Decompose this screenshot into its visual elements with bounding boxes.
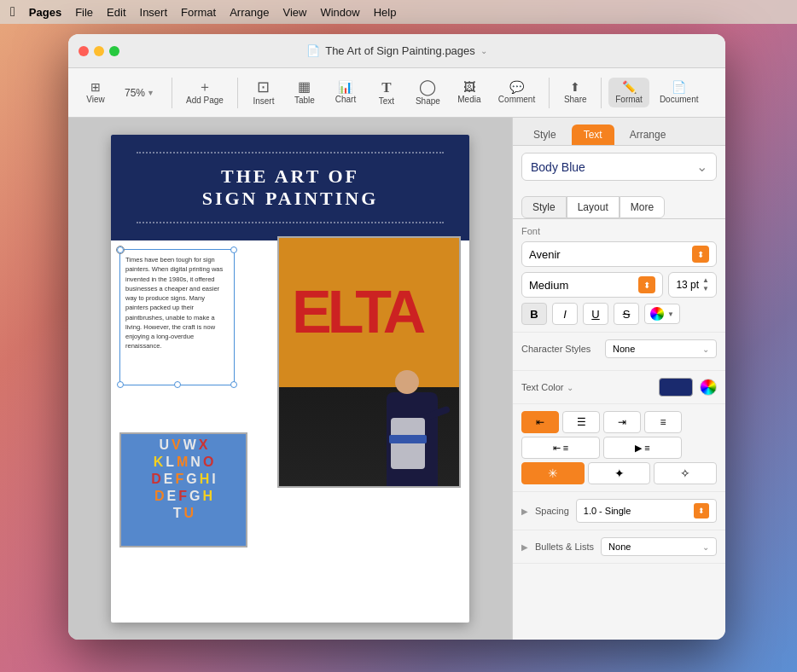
style-chevron: ⌄: [696, 159, 707, 175]
toolbar-shape-label: Shape: [416, 96, 440, 106]
v-align-mid-icon: ✦: [614, 466, 625, 480]
align-right-btn[interactable]: ⇥: [603, 411, 641, 433]
char-styles-label: Character Styles: [521, 344, 598, 354]
bullets-expand-icon[interactable]: ▶: [521, 542, 528, 552]
shape-icon: ◯: [419, 79, 436, 95]
toolbar-table[interactable]: ▦ Table: [286, 77, 323, 108]
italic-button[interactable]: I: [552, 303, 578, 325]
font-weight-arrow[interactable]: ⬍: [638, 276, 655, 293]
toolbar-insert-label: Insert: [253, 96, 274, 106]
spacing-expand-icon[interactable]: ▶: [521, 507, 528, 516]
menu-arrange[interactable]: Arrange: [230, 6, 269, 19]
bullets-dropdown[interactable]: None ⌄: [601, 537, 717, 556]
indent-row: ⇤ ≡ ▶ ≡: [521, 437, 717, 459]
handle-top-left[interactable]: [117, 246, 124, 253]
sub-tab-more[interactable]: More: [620, 196, 665, 218]
align-justify-btn[interactable]: ≡: [644, 411, 682, 433]
menu-help[interactable]: Help: [374, 6, 397, 19]
toolbar-view-label: View: [86, 95, 105, 104]
toolbar-insert[interactable]: ⊡ Insert: [245, 76, 282, 109]
underline-button[interactable]: U: [583, 303, 608, 325]
sub-tab-layout[interactable]: Layout: [567, 196, 620, 218]
close-button[interactable]: [79, 46, 89, 56]
format-buttons-row: B I U S ▼: [521, 303, 717, 325]
toolbar-zoom[interactable]: 75% ▼: [118, 84, 165, 102]
canvas-area[interactable]: THE ART OF SIGN PAINTING Times have been…: [68, 118, 512, 640]
handle-top-right[interactable]: [230, 246, 237, 253]
indent-less-icon: ⇤ ≡: [553, 443, 568, 454]
tab-text[interactable]: Text: [572, 125, 614, 145]
handle-bottom-right[interactable]: [230, 381, 237, 388]
tab-arrange[interactable]: Arrange: [618, 125, 678, 145]
v-align-bot-btn[interactable]: ✧: [654, 462, 717, 484]
page-content: Times have been tough for sign painters.…: [111, 240, 469, 547]
size-down-icon[interactable]: ▼: [702, 285, 709, 293]
font-name-select[interactable]: Avenir ⬍: [521, 241, 717, 267]
menu-view[interactable]: View: [282, 6, 306, 19]
apple-menu[interactable]: : [10, 4, 15, 20]
comment-icon: 💬: [509, 81, 524, 93]
text-box[interactable]: Times have been tough for sign painters.…: [119, 249, 235, 385]
app-name[interactable]: Pages: [29, 6, 61, 19]
font-weight-select[interactable]: Medium ⬍: [521, 272, 663, 298]
size-up-icon[interactable]: ▲: [702, 276, 709, 285]
char-styles-dropdown[interactable]: None ⌄: [605, 339, 717, 358]
toolbar-format[interactable]: ✏️ Format: [608, 78, 649, 107]
spacing-value-box[interactable]: 1.0 - Single ⬍: [576, 499, 717, 523]
font-size-stepper[interactable]: ▲ ▼: [702, 276, 709, 293]
spacing-row: ▶ Spacing 1.0 - Single ⬍: [521, 499, 717, 523]
v-align-top-btn[interactable]: ✳: [521, 462, 585, 484]
strikethrough-button[interactable]: S: [614, 303, 639, 325]
indent-more-btn[interactable]: ▶ ≡: [603, 437, 682, 459]
toolbar-add-page[interactable]: ＋ Add Page: [179, 77, 230, 108]
page-title-line1: THE ART OF: [137, 165, 444, 188]
font-name-arrow[interactable]: ⬍: [692, 246, 709, 263]
title-chevron[interactable]: ⌄: [480, 46, 487, 55]
toolbar-shape[interactable]: ◯ Shape: [409, 76, 447, 109]
bullets-chevron-icon: ⌄: [702, 542, 709, 552]
spacing-arrows-icon: ⬍: [698, 507, 705, 515]
sub-tabs: Style Layout More: [513, 188, 725, 219]
indent-more-icon: ▶ ≡: [635, 443, 649, 454]
indent-less-btn[interactable]: ⇤ ≡: [521, 437, 600, 459]
main-window: 📄 The Art of Sign Painting.pages ⌄ ⊞ Vie…: [68, 34, 725, 640]
toolbar-comment[interactable]: 💬 Comment: [492, 78, 542, 107]
media-icon: 🖼: [463, 81, 475, 93]
minimize-button[interactable]: [94, 46, 104, 56]
font-size-box[interactable]: 13 pt ▲ ▼: [668, 272, 717, 297]
char-styles-chevron: ⌄: [702, 345, 709, 354]
toolbar-document[interactable]: 📄 Document: [653, 78, 706, 107]
tab-style[interactable]: Style: [521, 125, 568, 145]
toolbar-table-label: Table: [294, 96, 315, 105]
handle-bottom-mid[interactable]: [174, 381, 181, 388]
v-align-mid-btn[interactable]: ✦: [588, 462, 651, 484]
menu-format[interactable]: Format: [181, 6, 216, 19]
spacing-value-text: 1.0 - Single: [584, 506, 631, 516]
color-picker-icon[interactable]: [700, 379, 717, 396]
toolbar-media[interactable]: 🖼 Media: [451, 78, 488, 107]
toolbar-view[interactable]: ⊞ View: [77, 78, 114, 107]
toolbar-chart[interactable]: 📊 Chart: [327, 78, 364, 107]
sub-tab-style[interactable]: Style: [521, 196, 567, 218]
text-color-row: Text Color ⌄: [521, 378, 717, 397]
spacing-stepper[interactable]: ⬍: [694, 503, 709, 518]
font-size-value: 13 pt: [676, 279, 699, 291]
menu-insert[interactable]: Insert: [140, 6, 168, 19]
text-color-btn[interactable]: ▼: [644, 304, 680, 324]
toolbar-text[interactable]: T Text: [368, 77, 405, 109]
text-color-section: Text Color ⌄: [513, 371, 725, 404]
handle-bottom-left[interactable]: [117, 381, 124, 388]
menu-edit[interactable]: Edit: [107, 6, 125, 19]
align-left-btn[interactable]: ⇤: [521, 411, 559, 433]
menu-window[interactable]: Window: [320, 6, 359, 19]
bold-button[interactable]: B: [521, 303, 547, 325]
right-panel: Style Text Arrange Body Blue ⌄ Style Lay…: [512, 118, 725, 640]
style-selector[interactable]: Body Blue ⌄: [521, 153, 717, 181]
text-color-swatch[interactable]: [659, 378, 693, 397]
menu-file[interactable]: File: [75, 6, 93, 19]
spacing-section: ▶ Spacing 1.0 - Single ⬍: [513, 492, 725, 530]
align-center-btn[interactable]: ☰: [562, 411, 600, 433]
maximize-button[interactable]: [109, 46, 119, 56]
toolbar-share[interactable]: ⬆ Share: [556, 78, 594, 107]
toolbar-divider-2: [237, 78, 238, 108]
